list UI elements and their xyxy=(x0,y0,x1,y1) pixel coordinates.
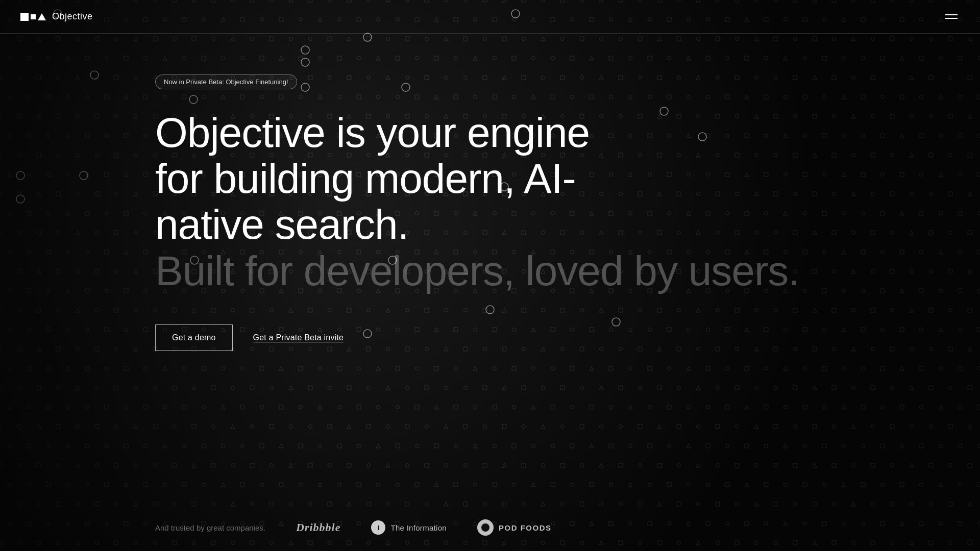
hero-headline-text: Objective is your engine for building mo… xyxy=(155,109,590,247)
logo: Objective xyxy=(20,11,93,22)
hero-headline-secondary: Built for developers, loved by users. xyxy=(155,248,980,294)
get-demo-button[interactable]: Get a demo xyxy=(155,324,233,351)
info-circle-icon: I xyxy=(371,520,385,535)
logo-rect-sm xyxy=(31,14,36,19)
get-beta-button[interactable]: Get a Private Beta invite xyxy=(253,333,344,342)
the-information-text: The Information xyxy=(390,523,447,532)
pod-foods-text: POD FOODS xyxy=(499,523,552,532)
dribbble-text: Dribbble xyxy=(296,521,340,534)
the-information-logo: I The Information xyxy=(371,520,447,535)
menu-line-2 xyxy=(945,18,958,19)
hero-headline-secondary-text: Built for developers, loved by users. xyxy=(155,247,799,294)
menu-line-1 xyxy=(945,14,958,15)
hero-headline-primary: Objective is your engine for building mo… xyxy=(155,110,615,248)
logo-icon xyxy=(20,13,46,21)
pod-foods-logo: POD FOODS xyxy=(477,519,552,536)
cta-row: Get a demo Get a Private Beta invite xyxy=(155,324,980,351)
logo-rect xyxy=(20,13,29,21)
dribbble-logo: Dribbble xyxy=(296,521,340,534)
beta-badge-text: Now in Private Beta: Objective Finetunin… xyxy=(164,78,288,86)
trusted-logos: Dribbble I The Information POD FOODS xyxy=(296,519,552,536)
beta-badge[interactable]: Now in Private Beta: Objective Finetunin… xyxy=(155,74,297,89)
logo-text: Objective xyxy=(52,11,93,22)
trusted-label: And trusted by great companies. xyxy=(155,523,265,532)
trusted-bar: And trusted by great companies. Dribbble… xyxy=(0,504,980,551)
navigation: Objective xyxy=(0,0,980,34)
main-content: Now in Private Beta: Objective Finetunin… xyxy=(0,34,980,351)
menu-button[interactable] xyxy=(943,12,960,21)
pod-circle-icon xyxy=(477,519,494,536)
logo-tri xyxy=(38,13,46,20)
